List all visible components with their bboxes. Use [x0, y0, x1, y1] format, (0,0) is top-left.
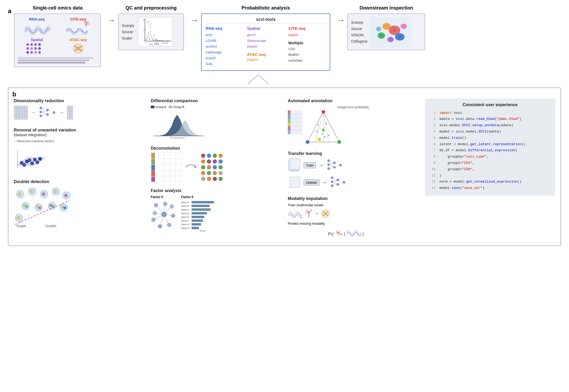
svg-point-110 — [30, 161, 34, 165]
svg-point-232 — [337, 140, 341, 144]
svg-point-75 — [380, 36, 381, 37]
svg-text:|: | — [344, 232, 345, 236]
svg-point-237 — [321, 133, 323, 135]
code-title: Consistent user experience — [430, 102, 550, 107]
svg-point-49 — [149, 25, 150, 26]
svg-point-245 — [327, 163, 330, 166]
svg-rect-101 — [67, 106, 73, 119]
qc-panel: QC and preprocessing Scanpy Seurat Scate… — [118, 5, 184, 50]
svg-point-162 — [213, 154, 217, 158]
code-line-5: 5 model.train() — [430, 135, 550, 141]
deconvolution-section: Deconvolution — [151, 146, 281, 182]
factor-network — [151, 200, 177, 232]
svg-text:Singlet: Singlet — [16, 224, 26, 228]
train-label: Train — [304, 162, 316, 168]
train-neural-net — [326, 158, 343, 173]
svg-point-177 — [207, 177, 211, 181]
svg-point-179 — [218, 177, 223, 181]
scvi-atac-col-title: ATAC-seq — [247, 52, 284, 57]
update-arrow: → — [322, 180, 327, 185]
svg-rect-200 — [192, 205, 210, 207]
svg-point-169 — [207, 165, 211, 169]
scvi-cite-items: totalVI — [288, 32, 326, 38]
svg-point-33 — [149, 39, 150, 40]
differential-chart: Expression — [151, 110, 203, 139]
svg-text:10: 10 — [143, 29, 145, 31]
svg-point-12 — [26, 51, 29, 54]
qc-seurat: Seurat — [122, 30, 134, 34]
svg-line-189 — [156, 205, 164, 214]
svg-point-10 — [34, 47, 37, 50]
svg-point-64 — [387, 37, 394, 42]
svg-line-228 — [323, 112, 329, 142]
svg-line-269 — [333, 182, 337, 184]
scvi-panel: Probabilistic analysis scvi-tools RNA-se… — [201, 5, 330, 71]
svg-point-8 — [26, 47, 29, 50]
doublet-title: Doublet detection — [14, 179, 144, 184]
integration-section: Removal of unwanted variation(dataset in… — [14, 128, 144, 172]
output-matrix-icon — [67, 105, 73, 120]
svg-point-87 — [40, 107, 42, 109]
code-line-3: 3 scvi.model.SCVI.setup_anndata(adata) — [430, 123, 550, 128]
svg-point-167 — [218, 159, 223, 164]
svg-rect-222 — [288, 118, 290, 122]
spatial-icon — [25, 42, 49, 55]
b-col4: Consistent user experience 1 import scvi… — [425, 99, 555, 240]
svg-text:Gene F: Gene F — [181, 219, 189, 222]
svg-point-46 — [158, 41, 159, 41]
annotation-triangle — [305, 110, 342, 145]
svg-point-113 — [36, 160, 39, 164]
svg-rect-223 — [288, 122, 290, 126]
svg-point-69 — [393, 31, 394, 32]
code-line-7: 7 de_df = model.differential_expression( — [430, 148, 550, 153]
annotation-section: Automated annotation Assignment probabil… — [288, 99, 418, 145]
svg-point-54 — [161, 41, 162, 41]
svg-text:20: 20 — [143, 19, 145, 21]
svg-point-51 — [151, 24, 152, 24]
svg-point-68 — [395, 30, 396, 31]
svg-point-37 — [152, 38, 153, 39]
svg-point-174 — [213, 171, 217, 175]
svg-point-59 — [168, 41, 169, 41]
citeseq-label: CITE-seq — [70, 17, 86, 21]
scvi-spatial-col-title: Spatial — [247, 26, 284, 31]
doublet-diagram: Singlet Doublet — [14, 186, 72, 228]
scvi-multiple-col-title: Multiple — [288, 41, 326, 45]
svg-line-193 — [164, 214, 169, 225]
section-a-label: a — [8, 7, 11, 15]
svg-point-120 — [30, 190, 33, 193]
dim-reduction-title: Dimensionality reduction — [14, 99, 144, 103]
deconvolution-title: Deconvolution — [151, 146, 281, 151]
svg-point-259 — [331, 177, 333, 179]
svg-line-227 — [315, 112, 323, 142]
svg-point-163 — [218, 154, 223, 158]
svg-point-164 — [201, 159, 205, 164]
dim-arrow: → — [31, 110, 36, 115]
svg-point-57 — [164, 41, 165, 41]
svg-point-260 — [331, 180, 333, 183]
downstream-panel: Downstream inspection Scanpy Seurat VISI… — [347, 5, 425, 50]
imputation-title: Modality imputation — [288, 196, 418, 201]
transfer-learning-section: Transfer learning Train — [288, 151, 418, 190]
svg-text:): ) — [362, 232, 364, 236]
dim-arrow2: → — [59, 110, 64, 115]
svg-point-40 — [154, 36, 155, 36]
svg-point-171 — [218, 165, 223, 169]
omics-panel: Single-cell omics data RNA-seq CIT — [14, 5, 101, 67]
svg-point-230 — [322, 110, 325, 114]
svg-point-124 — [54, 190, 57, 193]
svg-text:Pr(: Pr( — [328, 232, 334, 236]
qc-scater: Scater — [122, 36, 134, 40]
svg-line-99 — [49, 110, 53, 112]
deconv-bar — [151, 153, 155, 182]
svg-rect-225 — [288, 130, 290, 134]
annotation-subtitle: Assignment probability — [288, 105, 418, 109]
svg-point-112 — [28, 158, 31, 162]
doublet-section: Doublet detection — [14, 179, 144, 229]
svg-point-172 — [201, 171, 205, 175]
qc-title: QC and preprocessing — [118, 5, 184, 11]
spatial-label: Spatial — [31, 38, 43, 42]
svg-point-132 — [38, 207, 41, 209]
qc-scatter-plot: pct_counts_mt 20 10 0 Total_counts 0 5,0… — [138, 17, 173, 46]
svg-point-111 — [22, 163, 26, 167]
